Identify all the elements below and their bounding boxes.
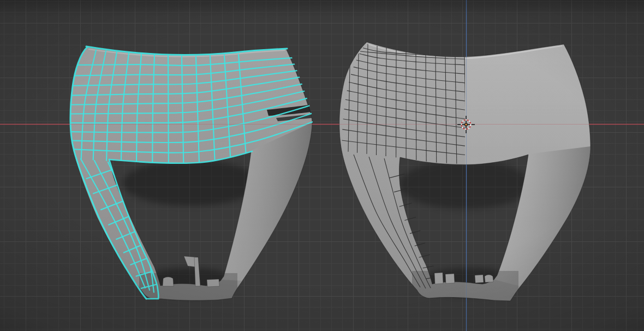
3d-viewport[interactable] <box>0 0 644 331</box>
cursor-center-dot <box>465 123 468 126</box>
scene-svg <box>0 0 644 331</box>
wire-line <box>410 227 434 234</box>
contact-shadows <box>123 160 530 296</box>
wire-line <box>168 56 169 163</box>
wire-line <box>404 212 431 221</box>
wire-line <box>419 252 439 257</box>
wire-line <box>415 240 437 246</box>
wire-line <box>416 53 416 160</box>
